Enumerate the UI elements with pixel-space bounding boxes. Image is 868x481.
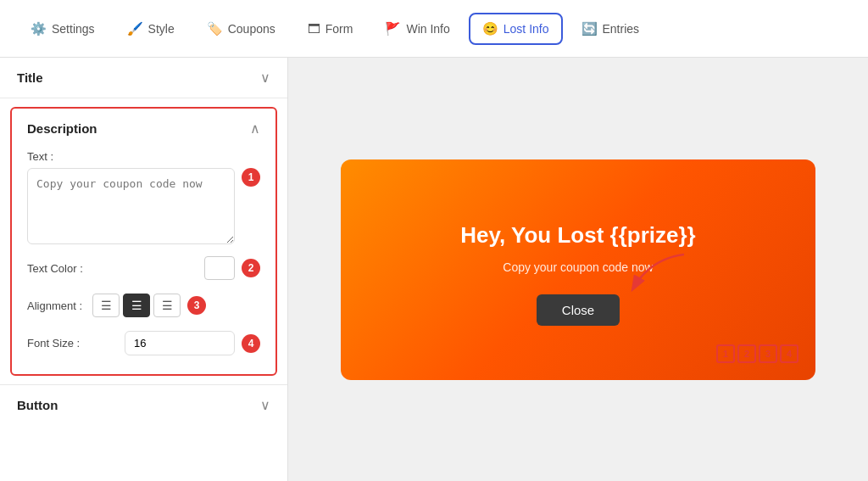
badge-1: 1 [242, 168, 260, 187]
title-chevron-icon: ∨ [260, 70, 270, 86]
description-chevron-icon: ∧ [250, 120, 260, 137]
arrow-annotation [625, 246, 693, 299]
badge-4: 4 [242, 334, 260, 353]
form-icon: 🗖 [308, 21, 320, 36]
preview-card: Hey, You Lost {{prize}} Copy your coupon… [341, 159, 815, 380]
fontsize-row: Font Size : 4 [20, 324, 267, 362]
text-input[interactable] [27, 168, 235, 244]
alignment-label: Alignment : [27, 299, 82, 312]
nav-label-style: Style [148, 22, 175, 36]
align-left-button[interactable]: ☰ [92, 294, 120, 317]
text-field-label: Text : [27, 150, 260, 163]
title-section-label: Title [17, 70, 43, 85]
fontsize-input[interactable] [125, 331, 235, 355]
top-navigation: ⚙️ Settings 🖌️ Style 🏷️ Coupons 🗖 Form 🚩… [0, 0, 868, 58]
main-layout: Title ∨ Description ∧ Text : 1 Text Colo… [0, 58, 868, 481]
nav-label-form: Form [326, 22, 353, 36]
style-icon: 🖌️ [127, 21, 143, 36]
ann-num-4: 4 [780, 344, 798, 363]
red-arrow-svg [625, 246, 693, 297]
text-color-swatch[interactable] [204, 256, 235, 280]
ann-num-1: 1 [716, 344, 735, 363]
nav-item-form[interactable]: 🗖 Form [294, 13, 367, 44]
corner-annotation: 1 2 3 4 [716, 344, 798, 363]
nav-item-coupons[interactable]: 🏷️ Coupons [193, 13, 289, 45]
win-info-icon: 🚩 [385, 21, 401, 36]
align-center-button[interactable]: ☰ [123, 294, 150, 317]
lost-info-icon: 😊 [482, 21, 498, 36]
button-section-label: Button [17, 398, 58, 412]
nav-item-win-info[interactable]: 🚩 Win Info [371, 13, 463, 45]
nav-item-style[interactable]: 🖌️ Style [114, 13, 188, 45]
nav-item-lost-info[interactable]: 😊 Lost Info [469, 13, 563, 45]
right-panel: Hey, You Lost {{prize}} Copy your coupon… [288, 58, 868, 481]
nav-label-lost-info: Lost Info [504, 22, 549, 36]
badge-2: 2 [242, 259, 260, 277]
button-chevron-icon: ∨ [260, 397, 270, 413]
coupons-icon: 🏷️ [207, 21, 223, 36]
description-section-label: Description [27, 121, 97, 136]
nav-label-win-info: Win Info [406, 22, 449, 36]
preview-close-button[interactable]: Close [537, 294, 620, 326]
button-section-header[interactable]: Button ∨ [0, 384, 287, 425]
text-color-label: Text Color : [27, 262, 204, 275]
description-section: Description ∧ Text : 1 Text Color : 2 [10, 107, 277, 376]
text-field-row: Text : 1 [20, 145, 267, 249]
nav-label-settings: Settings [52, 22, 95, 36]
text-color-row: Text Color : 2 [20, 249, 267, 287]
preview-title: Hey, You Lost {{prize}} [460, 222, 695, 249]
nav-item-entries[interactable]: 🔄 Entries [568, 13, 654, 45]
badge-3: 3 [187, 296, 206, 315]
left-panel: Title ∨ Description ∧ Text : 1 Text Colo… [0, 58, 288, 481]
ann-num-2: 2 [737, 344, 756, 363]
align-right-button[interactable]: ☰ [153, 294, 181, 317]
alignment-row: Alignment : ☰ ☰ ☰ 3 [20, 287, 267, 324]
title-section-header[interactable]: Title ∨ [0, 58, 287, 98]
nav-label-coupons: Coupons [228, 22, 275, 36]
ann-num-3: 3 [759, 344, 777, 363]
nav-item-settings[interactable]: ⚙️ Settings [17, 13, 108, 45]
fontsize-label: Font Size : [27, 337, 118, 350]
settings-icon: ⚙️ [31, 21, 47, 36]
nav-label-entries: Entries [603, 22, 640, 36]
entries-icon: 🔄 [581, 21, 598, 36]
alignment-buttons: ☰ ☰ ☰ [92, 294, 181, 317]
description-section-header[interactable]: Description ∧ [20, 117, 267, 145]
